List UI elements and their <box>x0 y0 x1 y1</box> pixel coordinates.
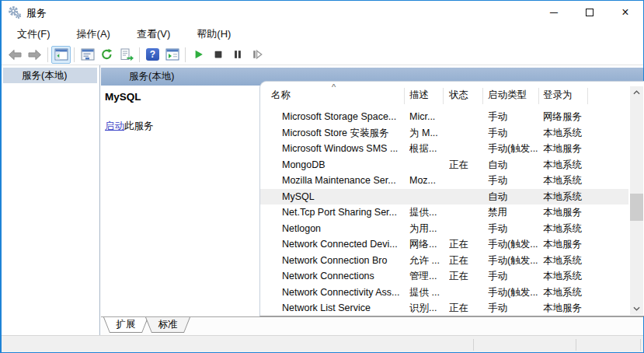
export-list-icon <box>120 48 134 61</box>
service-logon-as: 本地系统 <box>543 253 605 269</box>
service-startup-type: 手动(触发... <box>488 253 541 269</box>
service-startup-type: 手动 <box>488 173 541 189</box>
console-tree-panel: 服务(本地) <box>2 65 100 335</box>
service-logon-as: 本地服务 <box>543 300 605 316</box>
column-separator[interactable] <box>443 88 444 104</box>
menu-action[interactable]: 操作(A) <box>69 25 118 44</box>
service-name: Net.Tcp Port Sharing Ser... <box>282 204 405 221</box>
tree-item-services-local[interactable]: 服务(本地) <box>3 68 97 83</box>
service-status: 正在 <box>449 157 485 173</box>
pause-icon <box>232 49 243 60</box>
column-header-logon-as[interactable]: 登录为 <box>543 82 573 108</box>
export-list-button[interactable] <box>117 46 136 64</box>
minimize-button[interactable]: ─ <box>536 1 572 24</box>
refresh-button[interactable] <box>97 46 117 64</box>
table-row[interactable]: Network List Service 识别... 正在 手动 本地服务 <box>260 300 628 316</box>
title-bar[interactable]: 服务 ─ × <box>2 1 643 24</box>
stop-service-button[interactable] <box>208 46 228 64</box>
column-header-description[interactable]: 描述 <box>409 82 429 108</box>
table-row[interactable]: Mozilla Maintenance Ser... Moz... 手动 本地系… <box>260 173 628 189</box>
service-startup-type: 手动 <box>488 221 541 237</box>
start-service-button[interactable] <box>189 46 208 64</box>
restart-service-button[interactable] <box>247 46 266 64</box>
table-row[interactable]: Microsoft Windows SMS ... 根据... 手动(触发...… <box>260 141 628 157</box>
table-row[interactable]: Microsoft Storage Space... Micr... 手动 网络… <box>260 109 628 125</box>
panel-header-label: 服务(本地) <box>129 70 174 83</box>
help-button[interactable]: ? <box>143 46 162 64</box>
service-gears-icon <box>260 253 272 264</box>
column-header-name[interactable]: 名称 <box>271 82 291 108</box>
toolbar-separator <box>185 47 186 62</box>
stop-icon <box>213 49 224 60</box>
table-row[interactable]: Microsoft Store 安装服务 为 M... 手动 本地系统 <box>260 125 628 142</box>
service-name: Microsoft Windows SMS ... <box>282 141 405 157</box>
tab-standard[interactable]: 标准 <box>145 317 190 333</box>
column-header-startup-type[interactable]: 启动类型 <box>488 82 527 108</box>
tab-extended[interactable]: 扩展 <box>103 317 148 333</box>
show-action-pane-button[interactable] <box>162 46 182 64</box>
chevron-down-icon <box>633 306 640 311</box>
service-gears-icon <box>260 204 272 216</box>
scroll-up-button[interactable] <box>630 86 643 99</box>
service-gears-icon <box>260 268 272 280</box>
menu-file[interactable]: 文件(F) <box>9 25 58 44</box>
service-description <box>409 157 447 173</box>
tab-label: 标准 <box>146 317 190 332</box>
column-separator[interactable] <box>404 88 405 104</box>
restart-icon <box>252 49 263 60</box>
service-action-line: 启动此服务 <box>105 120 154 133</box>
service-description: 根据... <box>409 141 447 157</box>
start-icon <box>193 49 204 60</box>
service-name: Netlogon <box>282 221 405 237</box>
table-row[interactable]: Network Connected Devi... 网络... 正在 手动(触发… <box>260 236 628 253</box>
scrollbar-thumb[interactable] <box>630 194 643 221</box>
forward-arrow-icon <box>27 49 42 61</box>
service-description: 为用... <box>409 221 447 237</box>
show-console-tree-button[interactable] <box>51 46 71 64</box>
service-name: Network Connection Bro <box>282 253 405 269</box>
maximize-button[interactable] <box>572 1 607 24</box>
service-status <box>449 189 485 205</box>
services-list-panel: 名称 ^ 描述 状态 启动类型 登录为 Microsoft Storage Sp… <box>259 81 644 316</box>
scroll-down-button[interactable] <box>630 302 643 315</box>
service-gears-icon <box>260 189 272 201</box>
service-logon-as: 本地服务 <box>543 236 605 253</box>
service-logon-as: 本地服务 <box>543 204 605 221</box>
column-header-status[interactable]: 状态 <box>449 82 468 108</box>
service-status: 正在 <box>449 300 485 316</box>
menu-help[interactable]: 帮助(H) <box>189 25 238 44</box>
start-service-link[interactable]: 启动 <box>105 121 124 131</box>
service-description: 提供... <box>409 204 447 221</box>
properties-button[interactable] <box>78 46 97 64</box>
window-title: 服务 <box>26 6 47 20</box>
service-status <box>449 109 485 125</box>
chevron-up-icon <box>633 90 640 95</box>
vertical-scrollbar[interactable] <box>630 86 643 315</box>
table-row[interactable]: Net.Tcp Port Sharing Ser... 提供... 禁用 本地服… <box>260 204 628 221</box>
service-description: 网络... <box>409 236 447 253</box>
column-separator[interactable] <box>538 88 539 104</box>
back-button[interactable] <box>5 46 25 64</box>
forward-button[interactable] <box>25 46 44 64</box>
column-separator[interactable] <box>482 88 483 104</box>
table-row[interactable]: Network Connectivity Ass... 提供 ... 手动(触发… <box>260 285 628 301</box>
pause-service-button[interactable] <box>228 46 247 64</box>
service-gears-icon <box>260 157 272 169</box>
table-row[interactable]: MongoDB 正在 自动 本地系统 <box>260 157 628 173</box>
services-gears-icon <box>8 5 22 19</box>
service-status: 正在 <box>449 253 485 269</box>
table-row[interactable]: Network Connections 管理... 正在 手动 本地系统 <box>260 268 628 285</box>
service-name: Microsoft Storage Space... <box>282 109 405 125</box>
table-row[interactable]: MySQL 自动 本地系统 <box>260 189 628 205</box>
close-button[interactable]: × <box>607 1 643 24</box>
column-separator[interactable] <box>587 88 588 104</box>
service-gears-icon <box>260 300 272 312</box>
service-gears-icon <box>260 173 272 184</box>
service-status <box>449 141 485 157</box>
service-gears-icon <box>260 125 272 137</box>
service-name: Mozilla Maintenance Ser... <box>282 173 405 189</box>
menu-view[interactable]: 查看(V) <box>129 25 178 44</box>
service-status <box>449 173 485 189</box>
table-row[interactable]: Network Connection Bro 允许 ... 正在 手动(触发..… <box>260 253 628 269</box>
table-row[interactable]: Netlogon 为用... 手动 本地系统 <box>260 221 628 237</box>
